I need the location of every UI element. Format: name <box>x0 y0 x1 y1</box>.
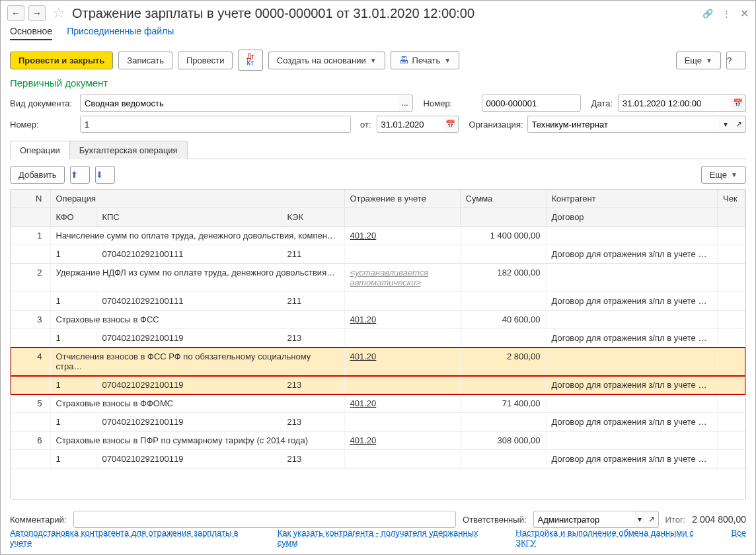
col-reflection[interactable]: Отражение в учете <box>344 190 460 208</box>
link-icon[interactable]: 🔗 <box>702 9 713 18</box>
print-button[interactable]: 🖶Печать▼ <box>391 51 460 69</box>
cell-check <box>718 311 745 329</box>
printer-icon: 🖶 <box>399 55 408 65</box>
debit-credit-button[interactable]: ДтКт <box>238 50 262 71</box>
table-row-sub[interactable]: 107040210292100111211Договор для отражен… <box>11 292 745 311</box>
table-row-sub[interactable]: 107040210292100111211Договор для отражен… <box>11 245 745 264</box>
reflection-link[interactable]: 401.20 <box>350 314 377 324</box>
cell-reflection: 401.20 <box>344 311 460 329</box>
col-kfo[interactable]: КФО <box>50 208 96 227</box>
col-sum[interactable]: Сумма <box>460 190 546 208</box>
total-label: Итог: <box>665 515 686 525</box>
move-up-button[interactable]: ⬆ <box>70 166 90 184</box>
org-open-button[interactable]: ↗ <box>732 116 746 133</box>
cell-contract: Договор для отражения з/пл в учете … <box>546 413 718 431</box>
cell-operation: Страховые взносы в ФСС <box>50 311 344 329</box>
number-label: Номер: <box>424 98 476 108</box>
col-counterparty[interactable]: Контрагент <box>546 190 718 208</box>
add-row-button[interactable]: Добавить <box>10 166 65 184</box>
tab-operations[interactable]: Операции <box>10 141 70 159</box>
col-kek[interactable]: КЭК <box>282 208 344 227</box>
move-down-button[interactable]: ⬇ <box>95 166 115 184</box>
calendar-icon[interactable]: 📅 <box>443 116 459 133</box>
cell-kps: 07040210292100111 <box>96 292 282 311</box>
reflection-link[interactable]: 401.20 <box>350 352 377 361</box>
from-date-input[interactable] <box>377 116 443 133</box>
operations-table[interactable]: N Операция Отражение в учете Сумма Контр… <box>11 190 745 468</box>
org-input[interactable] <box>527 116 719 133</box>
cell-kek: 211 <box>282 292 344 311</box>
tab-accounting-operation[interactable]: Бухгалтерская операция <box>69 141 188 159</box>
col-operation[interactable]: Операция <box>50 190 344 208</box>
cell-kps: 07040210292100119 <box>96 376 282 394</box>
reflection-link[interactable]: 401.20 <box>350 398 377 408</box>
cell-contract: Договор для отражения з/пл в учете … <box>546 245 718 264</box>
cell-contract: Договор для отражения з/пл в учете … <box>546 376 718 394</box>
cell-kek: 213 <box>282 329 344 348</box>
col-n[interactable]: N <box>11 190 50 208</box>
cell-kek: 213 <box>282 376 344 394</box>
link-exchange-setup[interactable]: Настройка и выполнение обмена данными с … <box>515 528 715 548</box>
tab-attached-files[interactable]: Присоединенные файлы <box>67 26 174 40</box>
post-button[interactable]: Провести <box>178 52 233 69</box>
cell-counterparty <box>546 431 718 450</box>
cell-check <box>718 264 745 292</box>
org-dropdown-button[interactable]: ▾ <box>718 116 732 133</box>
col-kps[interactable]: КПС <box>96 208 282 227</box>
calendar-icon[interactable]: 📅 <box>730 94 746 112</box>
dtkt-icon: ДтКт <box>246 54 254 67</box>
number2-input[interactable] <box>80 116 351 133</box>
post-and-close-button[interactable]: Провести и закрыть <box>10 52 113 69</box>
table-row[interactable]: 3Страховые взносы в ФСС401.2040 600,00 <box>11 311 745 329</box>
table-row-sub[interactable]: 107040210292100119213Договор для отражен… <box>11 413 745 431</box>
cell-kek: 213 <box>282 413 344 431</box>
close-icon[interactable]: ✕ <box>740 7 749 20</box>
more-button[interactable]: Еще▼ <box>676 52 721 69</box>
more-icon[interactable]: ⋮ <box>722 9 731 18</box>
cell-sum: 71 400,00 <box>460 394 546 413</box>
cell-check <box>718 348 745 376</box>
cell-contract: Договор для отражения з/пл в учете … <box>546 450 718 468</box>
cell-kfo: 1 <box>50 329 96 348</box>
cell-operation: Страховые взносы в ПФР по суммарному тар… <box>50 431 344 450</box>
nav-forward-button[interactable]: → <box>28 5 46 21</box>
cell-reflection: 401.20 <box>344 348 460 376</box>
tab-main[interactable]: Основное <box>10 26 52 40</box>
table-row[interactable]: 5Страховые взносы в ФФОМС401.2071 400,00 <box>11 394 745 413</box>
nav-back-button[interactable]: ← <box>7 5 24 21</box>
link-howto-counterparty[interactable]: Как указать контрагента - получателя уде… <box>278 528 500 548</box>
create-from-button[interactable]: Создать на основании▼ <box>268 52 385 69</box>
col-check[interactable]: Чек <box>718 190 745 208</box>
cell-n: 5 <box>11 394 50 413</box>
cell-sum: 182 000,00 <box>460 264 546 292</box>
favorite-star-icon[interactable]: ☆ <box>52 5 65 22</box>
number-input[interactable] <box>482 94 581 112</box>
doc-type-label: Вид документа: <box>10 98 75 108</box>
table-row[interactable]: 1Начисление сумм по оплате труда, денежн… <box>11 227 745 245</box>
table-row[interactable]: 6Страховые взносы в ПФР по суммарному та… <box>11 431 745 450</box>
reflection-link[interactable]: 401.20 <box>350 435 377 445</box>
table-row-sub[interactable]: 107040210292100119213Договор для отражен… <box>11 376 745 394</box>
link-autosubstitution[interactable]: Автоподстановка контрагента для отражени… <box>10 528 262 548</box>
table-row-sub[interactable]: 107040210292100119213Договор для отражен… <box>11 450 745 468</box>
col-contract[interactable]: Договор <box>546 208 718 227</box>
save-button[interactable]: Записать <box>118 52 172 69</box>
table-row[interactable]: 2Удержание НДФЛ из сумм по оплате труда,… <box>11 264 745 292</box>
reflection-link[interactable]: 401.20 <box>350 231 377 240</box>
table-more-button[interactable]: Еще▼ <box>701 166 746 184</box>
help-button[interactable]: ? <box>726 52 746 69</box>
cell-kfo: 1 <box>50 450 96 468</box>
date-input[interactable] <box>618 94 730 112</box>
link-all[interactable]: Все <box>732 528 746 548</box>
cell-n: 6 <box>11 431 50 450</box>
comment-label: Комментарий: <box>10 515 67 525</box>
date-label: Дата: <box>591 98 613 108</box>
chevron-down-icon: ▼ <box>731 171 737 178</box>
from-label: от: <box>360 120 371 130</box>
table-row-sub[interactable]: 107040210292100119213Договор для отражен… <box>11 329 745 348</box>
table-row[interactable]: 4Отчисления взносов в ФСС РФ по обязател… <box>11 348 745 376</box>
doc-type-picker-button[interactable]: ... <box>398 94 413 112</box>
cell-counterparty <box>546 264 718 292</box>
doc-type-input[interactable] <box>80 94 398 112</box>
cell-n: 2 <box>11 264 50 292</box>
